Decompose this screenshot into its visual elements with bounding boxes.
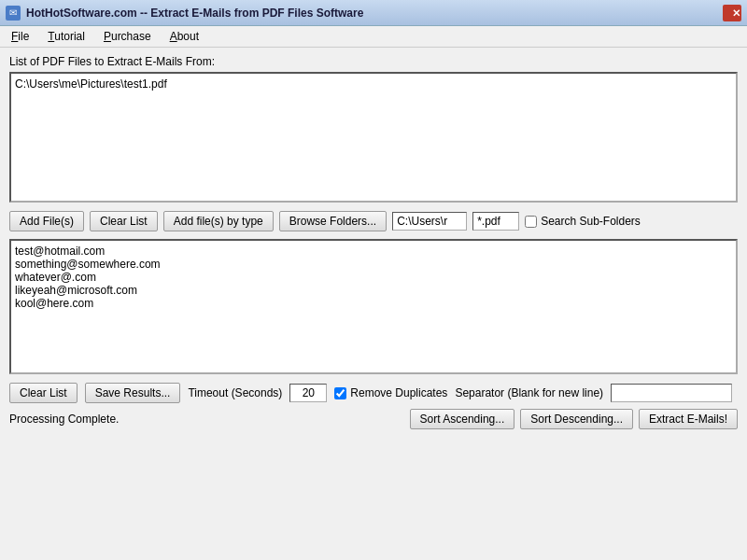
- file-button-row: Add File(s) Clear List Add file(s) by ty…: [9, 211, 738, 231]
- main-content: List of PDF Files to Extract E-Mails Fro…: [0, 48, 747, 437]
- app-icon: ✉: [6, 6, 21, 21]
- search-subfolders-label: Search Sub-Folders: [541, 215, 641, 228]
- search-subfolders-row: Search Sub-Folders: [525, 215, 641, 228]
- menu-about[interactable]: About: [162, 28, 206, 45]
- ext-input[interactable]: [472, 212, 519, 231]
- menu-bar: File Tutorial Purchase About: [0, 26, 747, 48]
- file-list-textarea[interactable]: [9, 72, 738, 203]
- bottom-controls: Clear List Save Results... Timeout (Seco…: [9, 383, 738, 403]
- path-input[interactable]: [392, 212, 467, 231]
- add-by-type-button[interactable]: Add file(s) by type: [163, 211, 274, 231]
- menu-tutorial[interactable]: Tutorial: [40, 28, 92, 45]
- timeout-input[interactable]: [289, 384, 327, 402]
- search-subfolders-checkbox[interactable]: [525, 216, 537, 228]
- title-bar-left: ✉ HotHotSoftware.com -- Extract E-Mails …: [6, 6, 363, 21]
- save-results-button[interactable]: Save Results...: [85, 383, 181, 403]
- sort-descending-button[interactable]: Sort Descending...: [520, 409, 633, 429]
- browse-folders-button[interactable]: Browse Folders...: [279, 211, 387, 231]
- remove-duplicates-label: Remove Duplicates: [350, 386, 447, 399]
- clear-list-top-button[interactable]: Clear List: [90, 211, 158, 231]
- results-textarea[interactable]: [9, 239, 738, 374]
- status-text: Processing Complete.: [9, 413, 119, 426]
- title-bar-text: HotHotSoftware.com -- Extract E-Mails fr…: [26, 7, 363, 20]
- clear-list-bottom-button[interactable]: Clear List: [9, 383, 78, 403]
- menu-file[interactable]: File: [4, 28, 36, 45]
- status-bar: Processing Complete. Sort Ascending... S…: [9, 409, 738, 429]
- results-section: [9, 239, 738, 377]
- remove-duplicates-row: Remove Duplicates: [334, 386, 447, 399]
- extract-emails-button[interactable]: Extract E-Mails!: [639, 409, 738, 429]
- file-section-label: List of PDF Files to Extract E-Mails Fro…: [9, 55, 738, 68]
- action-buttons: Sort Ascending... Sort Descending... Ext…: [410, 409, 738, 429]
- title-bar: ✉ HotHotSoftware.com -- Extract E-Mails …: [0, 0, 747, 26]
- timeout-label: Timeout (Seconds): [188, 386, 282, 399]
- add-files-button[interactable]: Add File(s): [9, 211, 84, 231]
- sort-ascending-button[interactable]: Sort Ascending...: [410, 409, 515, 429]
- menu-purchase[interactable]: Purchase: [96, 28, 159, 45]
- separator-label: Separator (Blank for new line): [455, 386, 603, 399]
- close-button[interactable]: ✕: [723, 5, 741, 21]
- separator-input[interactable]: [611, 384, 732, 402]
- remove-duplicates-checkbox[interactable]: [334, 387, 346, 399]
